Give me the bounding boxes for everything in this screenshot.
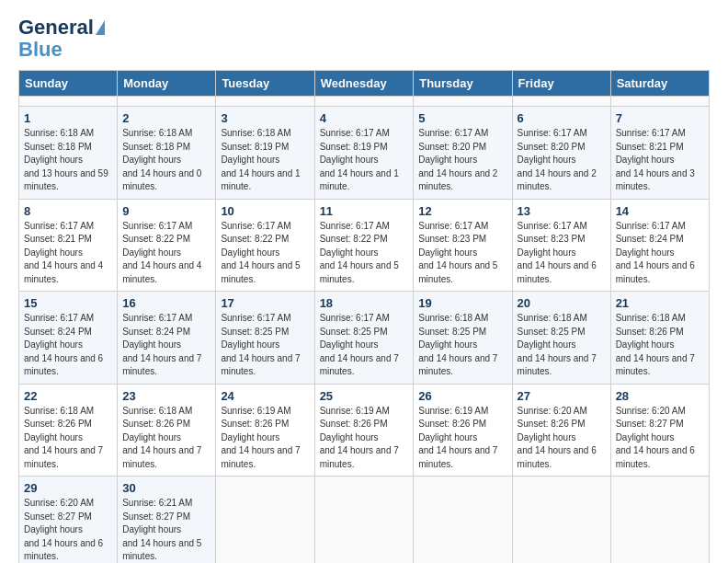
calendar-week-4: 22Sunrise: 6:18 AMSunset: 8:26 PMDayligh… [19,384,710,477]
calendar-cell [314,477,414,563]
calendar-cell: 7Sunrise: 6:17 AMSunset: 8:21 PMDaylight… [610,107,709,200]
calendar-cell: 24Sunrise: 6:19 AMSunset: 8:26 PMDayligh… [216,384,314,477]
calendar-cell [512,97,610,107]
cell-info: Sunrise: 6:18 AMSunset: 8:25 PMDaylight … [418,313,497,376]
day-number: 25 [320,389,409,403]
calendar-cell [414,477,512,563]
calendar-cell: 20Sunrise: 6:18 AMSunset: 8:25 PMDayligh… [512,292,610,385]
day-number: 9 [122,204,210,218]
cell-info: Sunrise: 6:18 AMSunset: 8:18 PMDaylight … [24,128,108,191]
day-number: 19 [418,296,506,310]
calendar-header-row: SundayMondayTuesdayWednesdayThursdayFrid… [19,71,710,97]
day-number: 17 [221,296,309,310]
cell-info: Sunrise: 6:17 AMSunset: 8:23 PMDaylight … [518,221,597,284]
day-number: 4 [320,111,409,125]
calendar-cell: 18Sunrise: 6:17 AMSunset: 8:25 PMDayligh… [314,292,414,385]
cell-info: Sunrise: 6:17 AMSunset: 8:21 PMDaylight … [24,221,103,284]
calendar-cell: 25Sunrise: 6:19 AMSunset: 8:26 PMDayligh… [314,384,414,477]
calendar-cell: 19Sunrise: 6:18 AMSunset: 8:25 PMDayligh… [414,292,512,385]
cell-info: Sunrise: 6:18 AMSunset: 8:26 PMDaylight … [24,406,103,469]
day-number: 22 [24,389,112,403]
day-number: 5 [418,111,506,125]
header: General Blue [18,17,710,61]
cell-info: Sunrise: 6:17 AMSunset: 8:24 PMDaylight … [122,313,201,376]
calendar-cell: 14Sunrise: 6:17 AMSunset: 8:24 PMDayligh… [610,199,709,292]
calendar-cell: 12Sunrise: 6:17 AMSunset: 8:23 PMDayligh… [414,199,512,292]
day-number: 1 [24,111,112,125]
calendar-cell: 28Sunrise: 6:20 AMSunset: 8:27 PMDayligh… [610,384,709,477]
cell-info: Sunrise: 6:18 AMSunset: 8:26 PMDaylight … [122,406,201,469]
day-number: 7 [616,111,704,125]
day-number: 3 [221,111,309,125]
cell-info: Sunrise: 6:17 AMSunset: 8:19 PMDaylight … [320,128,399,191]
day-number: 6 [518,111,606,125]
col-header-saturday: Saturday [610,71,709,97]
cell-info: Sunrise: 6:17 AMSunset: 8:24 PMDaylight … [24,313,103,376]
day-number: 24 [221,389,309,403]
calendar-week-3: 15Sunrise: 6:17 AMSunset: 8:24 PMDayligh… [19,292,710,385]
calendar-cell: 30Sunrise: 6:21 AMSunset: 8:27 PMDayligh… [118,477,216,563]
calendar-week-1: 1Sunrise: 6:18 AMSunset: 8:18 PMDaylight… [19,107,710,200]
day-number: 14 [616,204,704,218]
day-number: 10 [221,204,309,218]
cell-info: Sunrise: 6:17 AMSunset: 8:20 PMDaylight … [418,128,497,191]
calendar-cell [216,477,314,563]
cell-info: Sunrise: 6:20 AMSunset: 8:26 PMDaylight … [518,406,597,469]
calendar-cell: 21Sunrise: 6:18 AMSunset: 8:26 PMDayligh… [610,292,709,385]
day-number: 21 [616,296,704,310]
calendar-table: SundayMondayTuesdayWednesdayThursdayFrid… [18,70,710,563]
cell-info: Sunrise: 6:17 AMSunset: 8:22 PMDaylight … [320,221,399,284]
calendar-cell: 17Sunrise: 6:17 AMSunset: 8:25 PMDayligh… [216,292,314,385]
col-header-monday: Monday [118,71,216,97]
cell-info: Sunrise: 6:20 AMSunset: 8:27 PMDaylight … [24,498,103,561]
day-number: 2 [122,111,210,125]
calendar-cell: 27Sunrise: 6:20 AMSunset: 8:26 PMDayligh… [512,384,610,477]
calendar-cell [314,97,414,107]
calendar-cell: 23Sunrise: 6:18 AMSunset: 8:26 PMDayligh… [118,384,216,477]
calendar-week-2: 8Sunrise: 6:17 AMSunset: 8:21 PMDaylight… [19,199,710,292]
calendar-cell [414,97,512,107]
logo-text: General [18,17,94,39]
cell-info: Sunrise: 6:19 AMSunset: 8:26 PMDaylight … [221,406,300,469]
day-number: 13 [518,204,606,218]
day-number: 27 [518,389,606,403]
calendar-cell: 26Sunrise: 6:19 AMSunset: 8:26 PMDayligh… [414,384,512,477]
calendar-cell: 9Sunrise: 6:17 AMSunset: 8:22 PMDaylight… [118,199,216,292]
col-header-friday: Friday [512,71,610,97]
cell-info: Sunrise: 6:17 AMSunset: 8:25 PMDaylight … [320,313,399,376]
cell-info: Sunrise: 6:17 AMSunset: 8:20 PMDaylight … [518,128,597,191]
calendar-cell: 15Sunrise: 6:17 AMSunset: 8:24 PMDayligh… [19,292,118,385]
calendar-week-5: 29Sunrise: 6:20 AMSunset: 8:27 PMDayligh… [19,477,710,563]
cell-info: Sunrise: 6:17 AMSunset: 8:23 PMDaylight … [418,221,497,284]
cell-info: Sunrise: 6:18 AMSunset: 8:26 PMDaylight … [616,313,695,376]
calendar-cell: 8Sunrise: 6:17 AMSunset: 8:21 PMDaylight… [19,199,118,292]
calendar-cell: 3Sunrise: 6:18 AMSunset: 8:19 PMDaylight… [216,107,314,200]
day-number: 18 [320,296,409,310]
calendar-week-0 [19,97,710,107]
cell-info: Sunrise: 6:17 AMSunset: 8:22 PMDaylight … [221,221,300,284]
calendar-cell: 10Sunrise: 6:17 AMSunset: 8:22 PMDayligh… [216,199,314,292]
col-header-thursday: Thursday [414,71,512,97]
calendar-cell: 2Sunrise: 6:18 AMSunset: 8:18 PMDaylight… [118,107,216,200]
calendar-cell [512,477,610,563]
calendar-cell: 16Sunrise: 6:17 AMSunset: 8:24 PMDayligh… [118,292,216,385]
day-number: 11 [320,204,409,218]
cell-info: Sunrise: 6:19 AMSunset: 8:26 PMDaylight … [320,406,399,469]
day-number: 20 [518,296,606,310]
day-number: 29 [24,481,112,495]
day-number: 12 [418,204,506,218]
cell-info: Sunrise: 6:19 AMSunset: 8:26 PMDaylight … [418,406,497,469]
calendar-cell: 29Sunrise: 6:20 AMSunset: 8:27 PMDayligh… [19,477,118,563]
calendar-cell: 6Sunrise: 6:17 AMSunset: 8:20 PMDaylight… [512,107,610,200]
calendar-cell: 11Sunrise: 6:17 AMSunset: 8:22 PMDayligh… [314,199,414,292]
col-header-sunday: Sunday [19,71,118,97]
cell-info: Sunrise: 6:18 AMSunset: 8:25 PMDaylight … [518,313,597,376]
calendar-cell: 4Sunrise: 6:17 AMSunset: 8:19 PMDaylight… [314,107,414,200]
day-number: 26 [418,389,506,403]
page: General Blue SundayMondayTuesdayWednesda… [0,0,728,563]
logo: General Blue [18,17,105,61]
calendar-cell [610,477,709,563]
col-header-tuesday: Tuesday [216,71,314,97]
cell-info: Sunrise: 6:20 AMSunset: 8:27 PMDaylight … [616,406,695,469]
day-number: 28 [616,389,704,403]
